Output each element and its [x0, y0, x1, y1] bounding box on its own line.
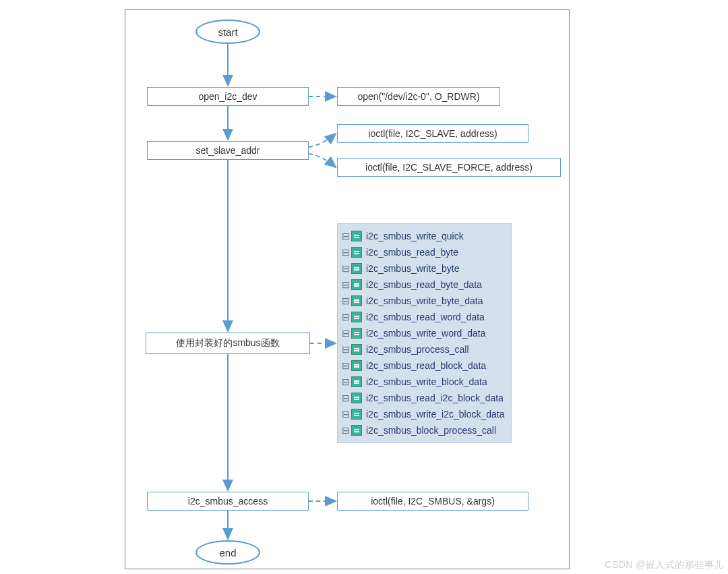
watermark-text: CSDN @嵌入式的那些事儿: [605, 559, 724, 571]
diagram-connectors: [125, 10, 570, 570]
diagram-frame: start open_i2c_dev open("/dev/i2c-0", O_…: [125, 9, 570, 569]
